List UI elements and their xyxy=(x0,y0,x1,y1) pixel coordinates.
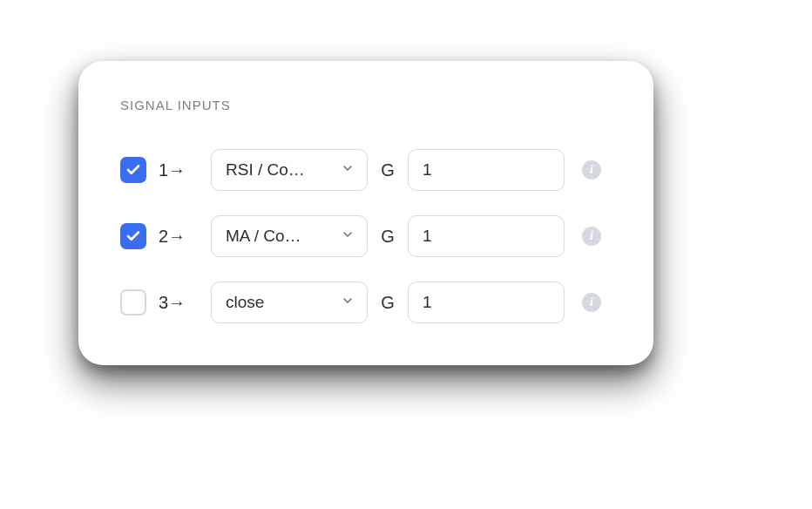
info-icon[interactable]: i xyxy=(582,160,601,180)
info-icon[interactable]: i xyxy=(582,293,601,312)
check-icon xyxy=(125,162,141,178)
check-icon xyxy=(125,228,141,244)
chevron-down-icon xyxy=(341,227,355,245)
signal-source-select[interactable]: MA / Co… xyxy=(211,215,368,257)
signal-source-select[interactable]: RSI / Co… xyxy=(211,149,368,191)
signal-row: 1→ RSI / Co… G i xyxy=(120,149,612,191)
group-input[interactable] xyxy=(408,149,565,191)
enable-checkbox[interactable] xyxy=(120,157,146,183)
group-label: G xyxy=(380,293,396,313)
select-value: RSI / Co… xyxy=(226,160,305,180)
chevron-down-icon xyxy=(341,161,355,179)
group-label: G xyxy=(380,227,396,247)
enable-checkbox[interactable] xyxy=(120,289,146,316)
section-title: SIGNAL INPUTS xyxy=(120,98,612,112)
group-label: G xyxy=(380,160,396,180)
signal-source-select[interactable]: close xyxy=(211,282,368,323)
row-index-label: 2→ xyxy=(159,227,199,247)
select-value: MA / Co… xyxy=(226,227,301,246)
chevron-down-icon xyxy=(341,294,355,311)
row-index-label: 1→ xyxy=(159,160,199,180)
select-value: close xyxy=(226,293,264,312)
signal-row: 2→ MA / Co… G i xyxy=(120,215,612,257)
info-icon[interactable]: i xyxy=(582,227,601,246)
group-input[interactable] xyxy=(408,282,565,323)
enable-checkbox[interactable] xyxy=(120,223,146,249)
signal-inputs-card: SIGNAL INPUTS 1→ RSI / Co… G i 2→ MA / C… xyxy=(78,61,653,365)
group-input[interactable] xyxy=(408,215,565,257)
signal-row: 3→ close G i xyxy=(120,282,612,323)
row-index-label: 3→ xyxy=(159,293,199,313)
